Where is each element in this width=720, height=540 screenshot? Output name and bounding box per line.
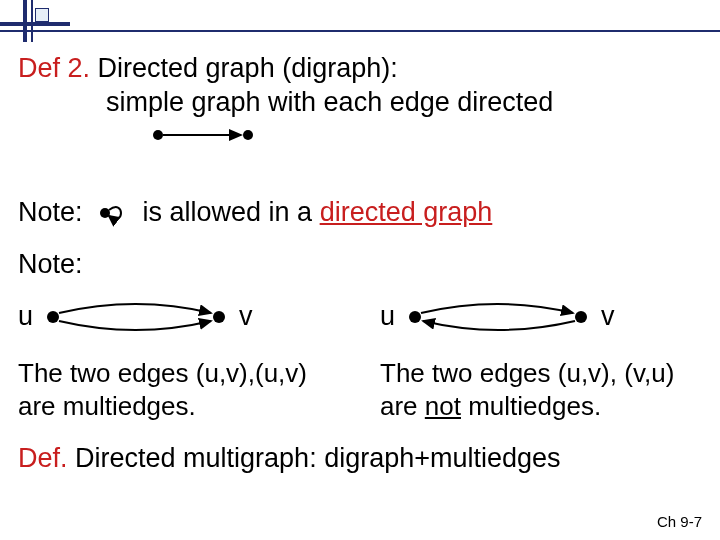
svg-point-6 bbox=[409, 311, 421, 323]
multiedge-opposite-dir-icon bbox=[403, 295, 593, 339]
def3-rest: Directed multigraph: digraph+multiedges bbox=[68, 443, 561, 473]
note1: Note: is allowed in a directed graph bbox=[18, 196, 702, 230]
note2-label: Note: bbox=[18, 248, 702, 282]
note1-text: is allowed in a directed graph bbox=[143, 196, 493, 230]
multiedge-same-dir-icon bbox=[41, 295, 231, 339]
svg-point-3 bbox=[100, 208, 110, 218]
def2-body: simple graph with each edge directed bbox=[106, 86, 702, 120]
note1-label: Note: bbox=[18, 196, 83, 230]
def2-heading: Def 2. Directed graph (digraph): bbox=[18, 52, 702, 86]
svg-point-5 bbox=[213, 311, 225, 323]
arrow-edge-icon bbox=[148, 126, 268, 144]
slide-content: Def 2. Directed graph (digraph): simple … bbox=[18, 48, 702, 476]
u-label-right: u bbox=[380, 300, 395, 334]
caption-right: The two edges (u,v), (v,u) are not multi… bbox=[380, 357, 702, 422]
self-loop-icon bbox=[93, 196, 133, 230]
svg-point-0 bbox=[153, 130, 163, 140]
u-label-left: u bbox=[18, 300, 33, 334]
v-label-left: v bbox=[239, 300, 253, 334]
uv-examples: u v The two edges (u,v),(u bbox=[18, 295, 702, 422]
note1-text-a: is allowed in a bbox=[143, 197, 320, 227]
caption-right-c: multiedges. bbox=[461, 391, 601, 421]
top-rule bbox=[70, 30, 720, 32]
svg-point-1 bbox=[243, 130, 253, 140]
page-number: Ch 9-7 bbox=[657, 513, 702, 530]
caption-right-not: not bbox=[425, 391, 461, 421]
svg-point-4 bbox=[47, 311, 59, 323]
def3-prefix: Def. bbox=[18, 443, 68, 473]
def2-prefix: Def 2. bbox=[18, 53, 90, 83]
svg-point-7 bbox=[575, 311, 587, 323]
uv-left: u v The two edges (u,v),(u bbox=[18, 295, 340, 422]
edge-illustration bbox=[148, 126, 702, 144]
def2-title: Directed graph (digraph): bbox=[90, 53, 398, 83]
def3: Def. Directed multigraph: digraph+multie… bbox=[18, 442, 702, 476]
caption-left: The two edges (u,v),(u,v) are multiedges… bbox=[18, 357, 340, 422]
corner-ornament bbox=[0, 0, 70, 42]
note1-text-b: directed graph bbox=[320, 197, 493, 227]
v-label-right: v bbox=[601, 300, 615, 334]
uv-right: u v The two edg bbox=[380, 295, 702, 422]
